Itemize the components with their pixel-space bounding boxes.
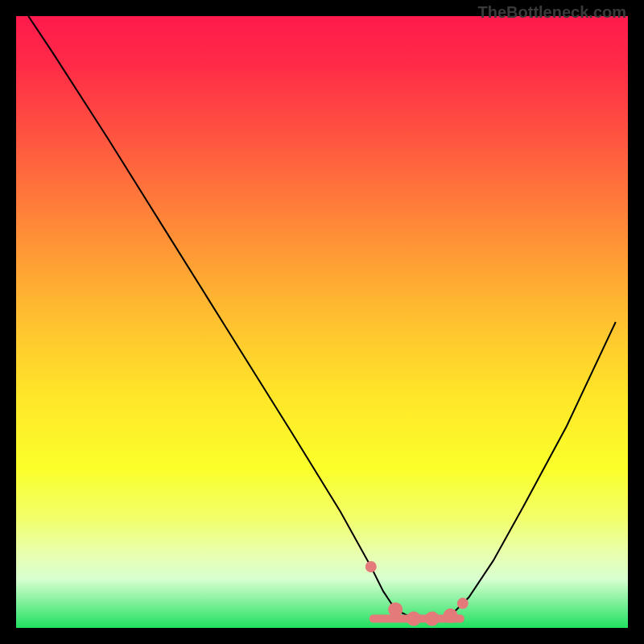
bottleneck-curve-path xyxy=(28,16,616,619)
chart-overlay-svg xyxy=(16,16,628,628)
sweet-spot-marker xyxy=(365,561,377,572)
sweet-spot-marker xyxy=(457,598,469,609)
sweet-spot-marker xyxy=(444,609,458,623)
sweet-spot-marker xyxy=(407,612,421,626)
chart-container xyxy=(16,16,628,628)
sweet-spot-marker xyxy=(425,612,440,626)
attribution-text: TheBottleneck.com xyxy=(478,3,626,22)
sweet-spot-markers xyxy=(365,561,469,626)
sweet-spot-marker xyxy=(388,602,402,617)
